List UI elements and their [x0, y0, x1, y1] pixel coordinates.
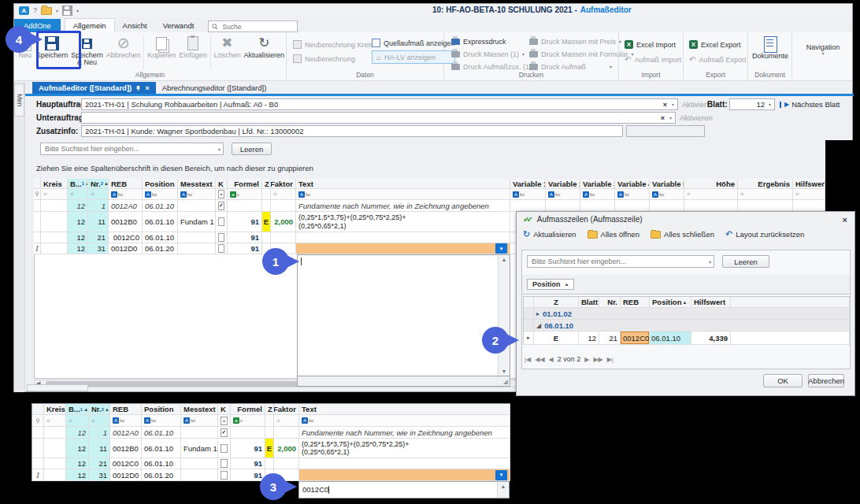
cell-faktor[interactable]: [274, 427, 299, 439]
header-nr[interactable]: Nr.2▲: [89, 404, 110, 415]
cell-k[interactable]: [216, 212, 228, 232]
cell-messtext[interactable]: [181, 427, 218, 439]
cell-blatt[interactable]: 12: [579, 332, 599, 345]
cell-faktor[interactable]: 2,000: [274, 439, 299, 458]
dialog-leeren-button[interactable]: Leeren: [722, 255, 769, 268]
header-reb[interactable]: REB: [109, 179, 143, 189]
cell-reb[interactable]: 0012B0: [109, 212, 143, 232]
cell-v5[interactable]: [650, 200, 684, 212]
leeren-button[interactable]: Leeren: [232, 143, 272, 155]
nav-nextpage-icon[interactable]: ▶▶: [593, 356, 602, 363]
cell-position[interactable]: 06.01.10: [143, 212, 178, 232]
cell-reb[interactable]: 0012C0: [109, 232, 143, 243]
cell-formel[interactable]: [228, 200, 262, 212]
header-variable4[interactable]: Variable 4: [615, 179, 650, 189]
filter-k[interactable]: ▪: [218, 415, 231, 427]
cell-position[interactable]: 06.01.10: [143, 232, 178, 243]
header-variable1[interactable]: Variable 1: [510, 179, 546, 189]
dialog-record-navigator[interactable]: |◀ ◀◀ ◀ 2 von 2 ▶ ▶▶ ▶|: [525, 355, 613, 363]
filter-text[interactable]: Abc: [299, 415, 510, 427]
filter-text[interactable]: Abc: [296, 189, 510, 200]
cell-nr[interactable]: 21: [88, 232, 109, 243]
header-cell[interactable]: [34, 179, 41, 189]
cell-k[interactable]: [218, 439, 231, 458]
ribbon-search-input[interactable]: [221, 22, 287, 32]
filter-faktor[interactable]: =: [274, 415, 299, 427]
cell-v1[interactable]: [510, 200, 546, 212]
filter-messtext[interactable]: Abc: [181, 415, 218, 427]
chevron-down-icon[interactable]: ▾: [56, 8, 58, 13]
cell-hilfswert[interactable]: 4,339: [691, 332, 731, 345]
ha-lv-anzeigen-toggle[interactable]: ⌂ HA-LV anzeigen: [372, 50, 455, 64]
header-kreis[interactable]: Kreis: [41, 179, 68, 189]
zusatzinfo-field[interactable]: 2021-TH-01 | Kunde: Wagner Sportbodenbau…: [81, 125, 623, 137]
cell-nr[interactable]: 11: [88, 212, 109, 232]
expand-icon[interactable]: ◢: [536, 322, 541, 329]
bottom-text-editor[interactable]: 0012C0 ▲: [298, 481, 510, 498]
cell-position-highlight[interactable]: 06.01.10: [650, 332, 691, 345]
cell-kreis[interactable]: [44, 458, 66, 469]
cell-reb[interactable]: 0012C0: [110, 458, 142, 469]
cell-formel[interactable]: [231, 427, 265, 439]
ok-button[interactable]: OK: [763, 374, 803, 387]
cell-v3[interactable]: [580, 200, 615, 212]
cell-b[interactable]: 12: [66, 439, 89, 458]
ribbon-search[interactable]: [208, 20, 298, 32]
save-quick-icon[interactable]: [62, 6, 72, 16]
filter-reb[interactable]: Abc: [110, 415, 142, 427]
clear-x-icon[interactable]: ×: [663, 101, 667, 109]
tab-aufmasseditor[interactable]: Aufmaßeditor ([Standard]) ×: [32, 82, 156, 94]
cell-faktor[interactable]: [271, 200, 296, 212]
cell-b[interactable]: 12: [66, 469, 89, 481]
text-editor-popup[interactable]: ▲ ▼: [297, 254, 510, 376]
cell-k[interactable]: [218, 469, 231, 481]
cell-kreis[interactable]: [41, 232, 68, 243]
cell-z[interactable]: E: [262, 212, 271, 232]
aufmass-export-button[interactable]: ↶ Aufmaß Export: [689, 54, 746, 65]
header-nr[interactable]: Nr.2▲: [88, 179, 109, 189]
expressdruck-button[interactable]: Expressdruck: [451, 36, 537, 46]
cell-k[interactable]: ✔: [216, 200, 228, 212]
cell-hilfswert[interactable]: [793, 200, 825, 212]
dialog-close-icon[interactable]: ×: [843, 215, 847, 224]
cell-messtext[interactable]: [178, 200, 216, 212]
tab-verwandt[interactable]: Verwandt: [155, 19, 202, 32]
cell-kreis[interactable]: [41, 200, 68, 212]
cell-position[interactable]: 06.01.10: [142, 439, 181, 458]
cell-reb[interactable]: 0012D0: [110, 469, 142, 481]
folder-icon[interactable]: [41, 7, 52, 15]
cell-messtext[interactable]: [178, 232, 216, 243]
cell-k[interactable]: [218, 458, 231, 469]
dialog-aktualisieren-button[interactable]: ↻ Aktualisieren: [523, 229, 576, 239]
filter-cell[interactable]: ⚲: [34, 189, 41, 200]
cell-position[interactable]: 06.01.10: [142, 458, 181, 469]
nav-prev-icon[interactable]: ◀: [549, 356, 554, 363]
tab-abrechnungseditor[interactable]: Abrechnungseditor ([Standard]): [156, 82, 273, 94]
chevron-down-icon[interactable]: ▾: [669, 115, 672, 120]
header-hilfswert[interactable]: Hilfswert: [691, 297, 731, 308]
loeschen-button[interactable]: ✖ Löschen: [212, 34, 242, 60]
alles-oeffnen-button[interactable]: Alles öffnen: [588, 230, 639, 239]
filter-v1[interactable]: Abc: [510, 189, 546, 200]
kopieren-button[interactable]: Kopieren: [146, 34, 177, 60]
filter-ergebnis[interactable]: =: [738, 189, 793, 200]
alles-schliessen-button[interactable]: Alles schließen: [651, 230, 714, 239]
cell-messtext[interactable]: [181, 458, 218, 469]
header-messtext[interactable]: Messtext: [178, 179, 216, 189]
cell-position[interactable]: 06.01.10: [142, 427, 181, 439]
nav-first-icon[interactable]: |◀: [525, 356, 531, 363]
cell-b[interactable]: 12: [66, 427, 89, 439]
cell-text[interactable]: Fundamente nach Nummer, wie in Zeichnung…: [296, 200, 510, 212]
group-row-010102[interactable]: ▸ 01.01.02: [534, 308, 850, 320]
cell-reb[interactable]: 0012A0: [109, 200, 143, 212]
row-indicator-edit[interactable]: I: [32, 469, 44, 481]
header-z[interactable]: Z: [265, 404, 274, 415]
cell-kreis[interactable]: [44, 439, 66, 458]
row-indicator[interactable]: ▸: [524, 332, 534, 345]
header-text[interactable]: Text: [299, 404, 510, 415]
filter-cell[interactable]: ⚲: [32, 415, 44, 427]
editor-resize-strip[interactable]: ◢: [297, 376, 510, 387]
quellaufmass-anzeigen-toggle[interactable]: Quellaufmaß anzeigen: [372, 38, 455, 48]
header-faktor[interactable]: Faktor: [274, 404, 299, 415]
editor-dropdown-button[interactable]: ▾: [495, 470, 507, 480]
